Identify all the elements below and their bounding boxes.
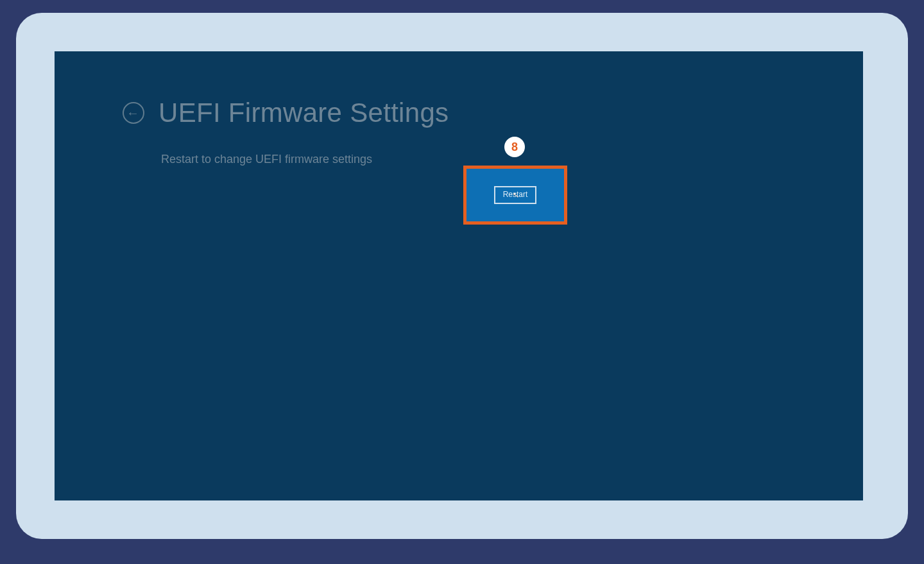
winre-screen: ← UEFI Firmware Settings Restart to chan… [55, 51, 863, 500]
arrow-left-icon: ← [126, 107, 139, 119]
page-header: ← UEFI Firmware Settings [123, 98, 449, 128]
highlight-box: Restart [463, 166, 567, 225]
step-badge: 8 [504, 137, 525, 157]
page-subtitle: Restart to change UEFI firmware settings [161, 153, 372, 166]
page-title: UEFI Firmware Settings [158, 98, 449, 128]
restart-button[interactable]: Restart [494, 186, 537, 204]
step-number: 8 [511, 141, 518, 154]
outer-frame: ← UEFI Firmware Settings Restart to chan… [16, 13, 908, 539]
back-button[interactable]: ← [123, 102, 144, 124]
